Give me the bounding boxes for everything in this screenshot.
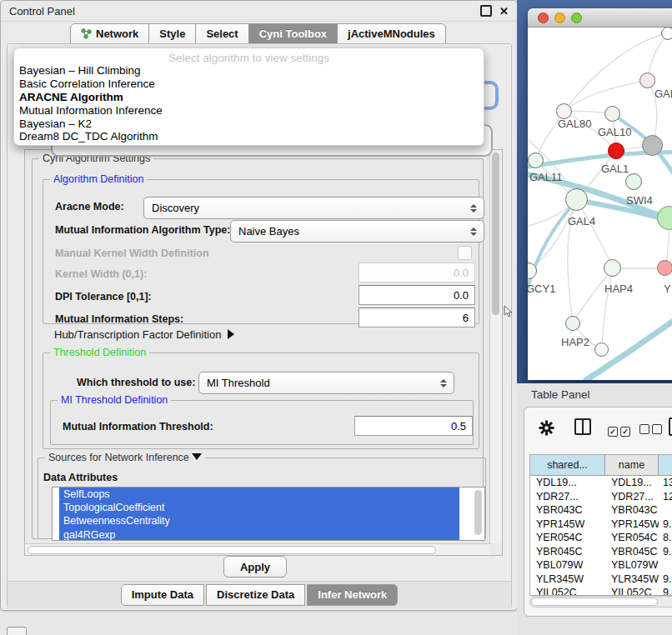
network-window-titlebar[interactable] bbox=[528, 8, 672, 28]
cyni-algorithm-settings-group: Cyni Algorithm Settings Algorithm Defini… bbox=[32, 158, 484, 539]
node[interactable] bbox=[565, 188, 588, 211]
dpi-tolerance-input[interactable]: 0.0 bbox=[359, 285, 475, 305]
mi-algorithm-type-select[interactable]: Naive Bayes bbox=[230, 220, 484, 242]
close-icon[interactable]: ✕ bbox=[499, 6, 509, 17]
node[interactable] bbox=[565, 316, 580, 331]
float-window-icon[interactable] bbox=[480, 5, 492, 17]
table-header: shared... name bbox=[530, 455, 672, 476]
tab-cyni-toolbox[interactable]: Cyni Toolbox bbox=[248, 23, 338, 45]
list-item[interactable]: gal4RGexp bbox=[59, 528, 459, 541]
table-row[interactable]: YDR27...YDR27...12 bbox=[530, 490, 672, 504]
node[interactable] bbox=[528, 152, 544, 168]
table-panel-zone: Table Panel ✓✓ bbox=[517, 383, 672, 635]
minimized-panel-icon[interactable] bbox=[7, 627, 27, 635]
settings-vertical-scrollbar[interactable] bbox=[489, 150, 502, 543]
node[interactable] bbox=[657, 260, 672, 276]
node-gal1-selected[interactable] bbox=[608, 142, 624, 159]
node-label: HAP2 bbox=[561, 336, 589, 348]
tab-infer-network[interactable]: Infer Network bbox=[307, 584, 398, 606]
tab-style[interactable]: Style bbox=[148, 23, 196, 45]
hub-section-toggle[interactable]: Hub/Transcription Factor Definition bbox=[54, 328, 234, 341]
list-item[interactable]: SelfLoops bbox=[59, 488, 459, 501]
list-scrollbar[interactable] bbox=[474, 489, 483, 538]
table-row[interactable]: YBR043CYBR043C bbox=[530, 503, 672, 518]
node[interactable] bbox=[604, 106, 620, 122]
table-horizontal-scrollbar[interactable] bbox=[529, 596, 672, 608]
list-item[interactable]: BetweennessCentrality bbox=[59, 514, 459, 528]
split-columns-icon[interactable] bbox=[574, 418, 591, 435]
group-title: MI Threshold Definition bbox=[58, 394, 171, 406]
table-row[interactable]: YPR145WYPR145W9. bbox=[530, 518, 672, 532]
node[interactable] bbox=[661, 28, 672, 40]
node-table[interactable]: shared... name YDL19...YDL19...13 YDR27.… bbox=[529, 454, 672, 596]
sources-group: Sources for Network Inference Data Attri… bbox=[38, 458, 486, 539]
data-attributes-list[interactable]: SelfLoops TopologicalCoefficient Between… bbox=[52, 487, 485, 541]
network-desktop: GAL GAL80 GAL10 GAL1 GAL11 SWI4 GAL4 GCY… bbox=[517, 0, 672, 383]
list-item[interactable]: TopologicalCoefficient bbox=[59, 501, 459, 514]
node[interactable] bbox=[639, 72, 655, 88]
threshold-definition-group: Threshold Definition Which threshold to … bbox=[43, 352, 479, 449]
tab-impute-data[interactable]: Impute Data bbox=[121, 584, 204, 606]
menu-item-bayesian-hill-climbing[interactable]: Bayesian – Hill Climbing bbox=[14, 64, 484, 78]
tab-discretize-data[interactable]: Discretize Data bbox=[206, 584, 305, 606]
dropdown-hint: Select algorithm to view settings bbox=[14, 48, 484, 64]
sources-toggle[interactable]: Sources for Network Inference bbox=[45, 452, 205, 463]
apply-button[interactable]: Apply bbox=[223, 556, 287, 578]
menu-item-basic-correlation[interactable]: Basic Correlation Inference bbox=[14, 78, 484, 91]
control-panel-titlebar: Control Panel ✕ bbox=[1, 1, 517, 22]
unchecked-boxes-icon[interactable] bbox=[639, 422, 662, 438]
node[interactable] bbox=[594, 342, 609, 357]
menu-item-bayesian-k2[interactable]: Bayesian – K2 bbox=[14, 118, 484, 131]
stepper-arrows-icon bbox=[437, 379, 454, 388]
column-header-name[interactable]: name bbox=[605, 455, 659, 475]
aracne-mode-select[interactable]: Discovery bbox=[143, 197, 484, 219]
checked-boxes-icon[interactable]: ✓✓ bbox=[608, 422, 630, 438]
node-label: GAL1 bbox=[601, 162, 629, 175]
settings-horizontal-scrollbar[interactable] bbox=[25, 543, 490, 555]
which-threshold-select[interactable]: MI Threshold bbox=[198, 372, 454, 394]
group-title: Threshold Definition bbox=[50, 347, 149, 358]
tab-select[interactable]: Select bbox=[195, 23, 248, 45]
network-view-window[interactable]: GAL GAL80 GAL10 GAL1 GAL11 SWI4 GAL4 GCY… bbox=[528, 8, 672, 380]
tab-network[interactable]: Network bbox=[70, 23, 149, 45]
table-panel: ✓✓ shared... name YDL19...YDL19...13 YDR… bbox=[524, 407, 672, 617]
network-canvas[interactable]: GAL GAL80 GAL10 GAL1 GAL11 SWI4 GAL4 GCY… bbox=[528, 28, 672, 380]
column-header-cut[interactable] bbox=[659, 455, 672, 475]
table-row[interactable]: YBL079WYBL079W bbox=[530, 558, 672, 572]
gear-icon[interactable] bbox=[538, 419, 555, 440]
network-icon bbox=[81, 28, 92, 39]
control-panel-tabs: Network Style Select Cyni Toolbox jActiv… bbox=[71, 23, 446, 45]
mi-threshold-input[interactable]: 0.5 bbox=[354, 416, 473, 436]
table-row[interactable]: YER054CYER054C8. bbox=[530, 531, 672, 545]
mi-steps-input[interactable]: 6 bbox=[359, 308, 475, 328]
kernel-width-label: Kernel Width (0,1): bbox=[55, 268, 147, 280]
minimize-traffic-light-icon[interactable] bbox=[554, 12, 565, 23]
node[interactable] bbox=[642, 135, 663, 156]
menu-item-dream8[interactable]: Dream8 DC_TDC Algorithm bbox=[14, 130, 484, 143]
table-panel-title: Table Panel bbox=[531, 388, 590, 401]
bottom-tabs: Impute Data Discretize Data Infer Networ… bbox=[8, 584, 511, 606]
node-label: SWI4 bbox=[626, 194, 653, 207]
dpi-tolerance-label: DPI Tolerance [0,1]: bbox=[55, 291, 152, 302]
expand-right-icon bbox=[228, 329, 234, 339]
tab-jactivemnodules[interactable]: jActiveMNodules bbox=[337, 23, 446, 45]
node-label: Y bbox=[664, 282, 671, 295]
close-traffic-light-icon[interactable] bbox=[538, 12, 549, 23]
node-label: GAL11 bbox=[529, 171, 563, 183]
menu-item-aracne[interactable]: ARACNE Algorithm bbox=[14, 91, 484, 104]
node[interactable] bbox=[625, 173, 642, 190]
node[interactable] bbox=[604, 259, 621, 277]
kernel-width-input[interactable]: 0.0 bbox=[359, 262, 475, 282]
manual-kernel-width-checkbox[interactable] bbox=[458, 246, 472, 260]
zoom-traffic-light-icon[interactable] bbox=[571, 12, 582, 23]
table-row[interactable]: YBR045CYBR045C9. bbox=[530, 545, 672, 559]
table-row[interactable]: YIL052CYIL052C9. bbox=[530, 586, 672, 596]
mi-algorithm-type-label: Mutual Information Algorithm Type: bbox=[55, 224, 230, 236]
menu-item-mutual-information[interactable]: Mutual Information Inference bbox=[14, 104, 484, 118]
node-label: GAL80 bbox=[558, 118, 591, 130]
table-row[interactable]: YDL19...YDL19...13 bbox=[530, 476, 672, 490]
aracne-mode-label: Aracne Mode: bbox=[55, 201, 124, 212]
column-header-shared[interactable]: shared... bbox=[530, 455, 605, 475]
file-icon[interactable] bbox=[669, 418, 672, 436]
table-row[interactable]: YLR345WYLR345W9. bbox=[530, 572, 672, 587]
